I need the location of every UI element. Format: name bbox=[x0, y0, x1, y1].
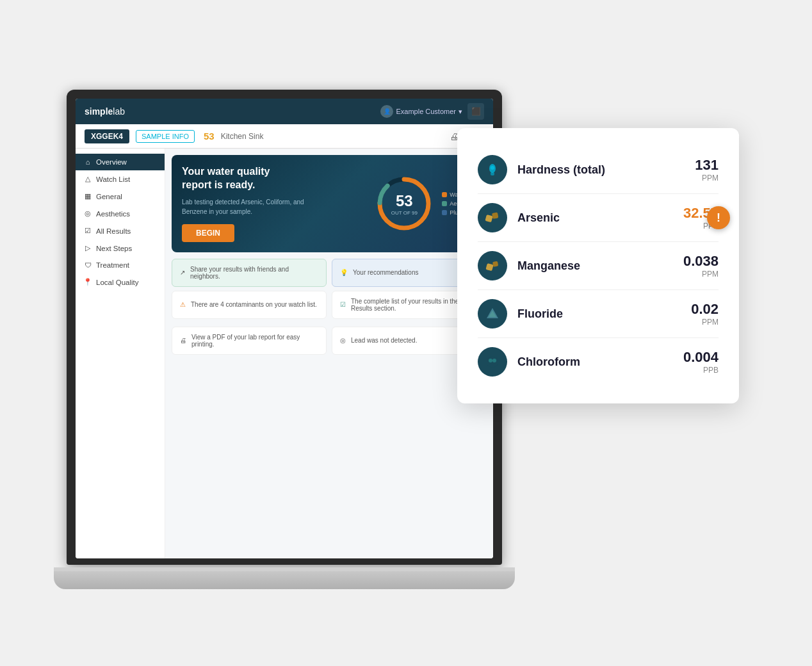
hardness-unit: PPM bbox=[695, 174, 719, 183]
score-badge: 53 bbox=[204, 131, 215, 142]
app-header: simplelab 👤 Example Customer ▾ ⬛ bbox=[76, 99, 493, 124]
sidebar-label-allresults: All Results bbox=[96, 227, 131, 235]
watchlist-text: There are 4 contaminants on your watch l… bbox=[191, 301, 317, 308]
sidebar-item-aesthetics[interactable]: ◎ Aesthetics bbox=[76, 205, 165, 222]
hardness-value: 131 PPM bbox=[695, 157, 719, 183]
score-circle: 53 OUT OF 99 bbox=[375, 175, 433, 232]
legend-dot-plumbing bbox=[442, 210, 447, 215]
sidebar-item-watchlist[interactable]: △ Watch List bbox=[76, 170, 165, 188]
contaminant-row-manganese: Manganese 0.038 PPM bbox=[478, 242, 719, 290]
sidebar-item-overview[interactable]: ⌂ Overview bbox=[76, 154, 165, 170]
hero-card: Your water qualityreport is ready. Lab t… bbox=[172, 155, 487, 252]
svg-point-14 bbox=[492, 359, 496, 362]
svg-point-13 bbox=[489, 359, 492, 362]
info-row: ↗ Share your results with friends and ne… bbox=[165, 259, 493, 287]
arsenic-icon bbox=[478, 203, 507, 232]
fluoride-name: Fluoride bbox=[517, 307, 681, 321]
location-text: Kitchen Sink bbox=[221, 132, 264, 141]
allresults-icon: ☑ bbox=[83, 227, 92, 235]
user-name: Example Customer bbox=[396, 108, 456, 115]
sidebar-item-allresults[interactable]: ☑ All Results bbox=[76, 222, 165, 240]
contaminant-row-arsenic: Arsenic 32.57 PPB ! bbox=[478, 194, 719, 242]
sidebar-label-treatment: Treatment bbox=[96, 261, 129, 269]
app-logo: simplelab bbox=[85, 106, 125, 117]
chloroform-icon bbox=[478, 347, 507, 377]
chloroform-number: 0.004 bbox=[683, 349, 719, 366]
manganese-name: Manganese bbox=[517, 259, 673, 273]
sidebar-label-aesthetics: Aesthetics bbox=[96, 210, 130, 218]
dropdown-arrow: ▾ bbox=[459, 108, 462, 116]
hero-text: Your water qualityreport is ready. Lab t… bbox=[182, 165, 366, 242]
manganese-value: 0.038 PPM bbox=[683, 253, 719, 279]
chloroform-name: Chloroform bbox=[517, 355, 673, 369]
svg-rect-4 bbox=[491, 172, 494, 175]
contaminant-row-fluoride: Fluoride 0.02 PPM bbox=[478, 290, 719, 338]
sidebar-item-general[interactable]: ▦ General bbox=[76, 188, 165, 205]
svg-rect-7 bbox=[492, 212, 498, 218]
check-icon: ☑ bbox=[340, 301, 346, 308]
screen-frame: simplelab 👤 Example Customer ▾ ⬛ XGGEK4 bbox=[67, 90, 502, 565]
svg-rect-6 bbox=[485, 215, 492, 222]
tab-id[interactable]: XGGEK4 bbox=[85, 129, 129, 143]
hardness-icon bbox=[478, 155, 507, 184]
tab-sample-info[interactable]: SAMPLE INFO bbox=[136, 130, 195, 143]
score-number: 53 bbox=[391, 191, 418, 209]
sidebar-item-nextsteps[interactable]: ▷ Next Steps bbox=[76, 240, 165, 257]
hero-subtitle: Lab testing detected Arsenic, Coliform, … bbox=[182, 197, 366, 216]
logo-prefix: simple bbox=[85, 106, 113, 117]
legend-dot-watchlist bbox=[442, 192, 447, 197]
share-icon-card: ↗ bbox=[180, 269, 185, 276]
svg-point-5 bbox=[491, 166, 494, 170]
sub-header: XGGEK4 SAMPLE INFO 53 Kitchen Sink 🖨 ⬇ ↗ bbox=[76, 124, 493, 149]
arsenic-name: Arsenic bbox=[517, 211, 673, 225]
hero-title: Your water qualityreport is ready. bbox=[182, 165, 366, 192]
logo-suffix: lab bbox=[113, 106, 125, 117]
nextsteps-icon: ▷ bbox=[83, 244, 92, 252]
warning-icon: ⚠ bbox=[180, 301, 186, 308]
sidebar-label-general: General bbox=[96, 193, 122, 200]
pdf-card: 🖨 View a PDF of your lab report for easy… bbox=[172, 327, 327, 355]
aesthetics-icon: ◎ bbox=[83, 209, 92, 218]
contaminant-row-hardness: Hardness (total) 131 PPM bbox=[478, 146, 719, 194]
share-text: Share your results with friends and neig… bbox=[190, 266, 318, 280]
hardness-number: 131 bbox=[695, 157, 719, 174]
floating-card: Hardness (total) 131 PPM Arsenic 32.57 P… bbox=[457, 128, 739, 403]
alert-badge: ! bbox=[707, 206, 730, 229]
manganese-icon bbox=[478, 251, 507, 280]
chloroform-unit: PPB bbox=[683, 366, 719, 375]
header-right: 👤 Example Customer ▾ ⬛ bbox=[380, 103, 484, 120]
hardness-name: Hardness (total) bbox=[517, 163, 685, 177]
watchlist-icon: △ bbox=[83, 175, 92, 183]
general-icon: ▦ bbox=[83, 192, 92, 200]
share-card[interactable]: ↗ Share your results with friends and ne… bbox=[172, 259, 327, 287]
sidebar-item-treatment[interactable]: 🛡 Treatment bbox=[76, 257, 165, 273]
svg-rect-9 bbox=[492, 261, 498, 267]
treatment-icon: 🛡 bbox=[83, 261, 92, 269]
fluoride-unit: PPM bbox=[691, 318, 719, 327]
user-info: 👤 Example Customer ▾ bbox=[380, 105, 462, 118]
watchlist-card: ⚠ There are 4 contaminants on your watch… bbox=[172, 291, 327, 319]
bottom-row-1: ⚠ There are 4 contaminants on your watch… bbox=[165, 287, 493, 323]
laptop-screen: simplelab 👤 Example Customer ▾ ⬛ XGGEK4 bbox=[76, 99, 493, 558]
main-panel: Your water qualityreport is ready. Lab t… bbox=[165, 149, 493, 558]
sidebar: ⌂ Overview △ Watch List ▦ General ◎ bbox=[76, 149, 165, 558]
score-circle-inner: 53 OUT OF 99 bbox=[391, 191, 418, 215]
svg-rect-8 bbox=[485, 263, 493, 271]
notification-btn[interactable]: ⬛ bbox=[467, 103, 484, 120]
pdf-text: View a PDF of your lab report for easy p… bbox=[191, 334, 318, 348]
sidebar-item-localquality[interactable]: 📍 Local Quality bbox=[76, 273, 165, 291]
svg-point-12 bbox=[487, 356, 498, 368]
user-avatar: 👤 bbox=[380, 105, 393, 118]
fluoride-value: 0.02 PPM bbox=[691, 301, 719, 327]
legend-dot-aesthetics bbox=[442, 201, 447, 206]
contaminant-row-chloroform: Chloroform 0.004 PPB bbox=[478, 338, 719, 386]
laptop-base bbox=[54, 571, 515, 589]
begin-button[interactable]: BEGIN bbox=[182, 224, 234, 242]
print-icon-card: 🖨 bbox=[180, 337, 186, 344]
fluoride-icon bbox=[478, 299, 507, 329]
fluoride-number: 0.02 bbox=[691, 301, 719, 318]
bottom-row-2: 🖨 View a PDF of your lab report for easy… bbox=[165, 323, 493, 359]
chloroform-value: 0.004 PPB bbox=[683, 349, 719, 375]
score-label: OUT OF 99 bbox=[391, 209, 418, 215]
scene: simplelab 👤 Example Customer ▾ ⬛ XGGEK4 bbox=[54, 51, 758, 615]
